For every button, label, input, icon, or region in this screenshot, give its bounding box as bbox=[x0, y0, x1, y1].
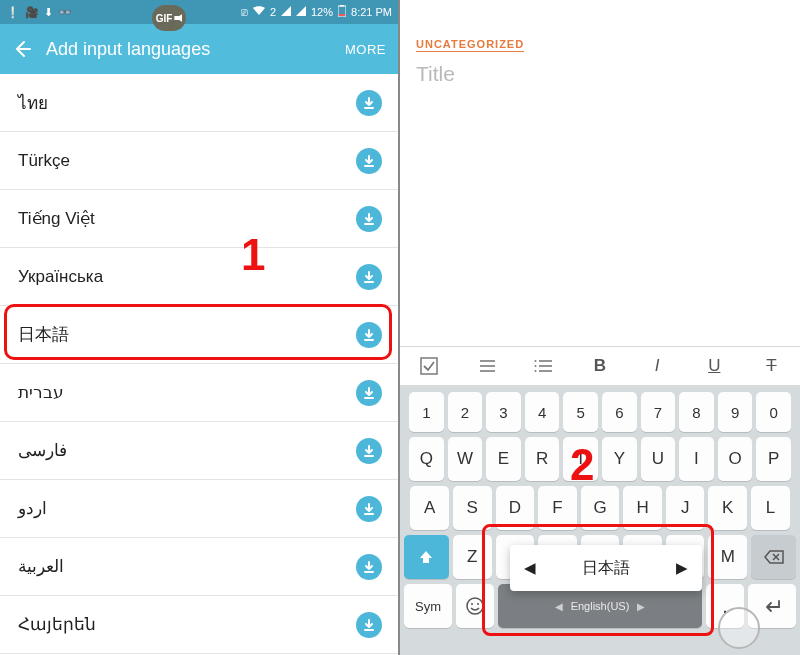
key-7[interactable]: 7 bbox=[641, 392, 676, 432]
signal-icon bbox=[281, 6, 291, 18]
shift-key[interactable] bbox=[404, 535, 449, 579]
video-icon: 🎥 bbox=[25, 6, 39, 19]
key-j[interactable]: J bbox=[666, 486, 705, 530]
next-lang-icon[interactable]: ▶ bbox=[676, 559, 688, 577]
language-list[interactable]: ไทยTürkçeTiếng ViệtУкраїнська日本語עבריתفار… bbox=[0, 74, 398, 655]
language-item[interactable]: Հայերեն bbox=[0, 596, 398, 654]
key-i[interactable]: I bbox=[679, 437, 714, 481]
tape-icon: 👓 bbox=[58, 6, 72, 19]
download-button[interactable] bbox=[356, 438, 382, 464]
key-9[interactable]: 9 bbox=[718, 392, 753, 432]
key-k[interactable]: K bbox=[708, 486, 747, 530]
underline-button[interactable]: U bbox=[686, 356, 743, 376]
page-title: Add input languages bbox=[46, 39, 210, 60]
key-1[interactable]: 1 bbox=[409, 392, 444, 432]
language-item[interactable]: العربية bbox=[0, 538, 398, 596]
download-button[interactable] bbox=[356, 554, 382, 580]
key-m[interactable]: M bbox=[708, 535, 747, 579]
key-r[interactable]: R bbox=[525, 437, 560, 481]
key-f[interactable]: F bbox=[538, 486, 577, 530]
key-4[interactable]: 4 bbox=[525, 392, 560, 432]
wifi-icon bbox=[253, 6, 265, 18]
key-0[interactable]: 0 bbox=[756, 392, 791, 432]
category-label[interactable]: UNCATEGORIZED bbox=[416, 38, 524, 52]
right-triangle-icon: ▶ bbox=[637, 601, 645, 612]
key-p[interactable]: P bbox=[756, 437, 791, 481]
key-a[interactable]: A bbox=[410, 486, 449, 530]
key-5[interactable]: 5 bbox=[563, 392, 598, 432]
language-label: ไทย bbox=[18, 89, 48, 116]
language-item[interactable]: עברית bbox=[0, 364, 398, 422]
language-label: Tiếng Việt bbox=[18, 208, 95, 229]
language-item[interactable]: Türkçe bbox=[0, 132, 398, 190]
download-button[interactable] bbox=[356, 206, 382, 232]
download-button[interactable] bbox=[356, 380, 382, 406]
emoji-key[interactable] bbox=[456, 584, 494, 628]
key-y[interactable]: Y bbox=[602, 437, 637, 481]
bold-button[interactable]: B bbox=[571, 356, 628, 376]
checkbox-icon[interactable] bbox=[400, 357, 457, 375]
download-button[interactable] bbox=[356, 496, 382, 522]
svg-rect-13 bbox=[421, 358, 437, 374]
clock: 8:21 PM bbox=[351, 6, 392, 18]
cast-icon: ⎚ bbox=[241, 6, 248, 18]
battery-icon bbox=[338, 5, 346, 19]
key-6[interactable]: 6 bbox=[602, 392, 637, 432]
popup-language-label: 日本語 bbox=[582, 558, 630, 579]
key-2[interactable]: 2 bbox=[448, 392, 483, 432]
step-number-1: 1 bbox=[241, 230, 265, 280]
key-d[interactable]: D bbox=[496, 486, 535, 530]
key-h[interactable]: H bbox=[623, 486, 662, 530]
left-triangle-icon: ◀ bbox=[555, 601, 563, 612]
symbols-key[interactable]: Sym bbox=[404, 584, 452, 628]
language-item[interactable]: ไทย bbox=[0, 74, 398, 132]
language-item[interactable]: اردو bbox=[0, 480, 398, 538]
list-icon[interactable] bbox=[457, 359, 514, 373]
numbered-list-icon[interactable] bbox=[514, 359, 571, 373]
key-u[interactable]: U bbox=[641, 437, 676, 481]
italic-button[interactable]: I bbox=[629, 356, 686, 376]
key-l[interactable]: L bbox=[751, 486, 790, 530]
language-switch-popup[interactable]: ◀ 日本語 ▶ bbox=[510, 545, 702, 591]
key-o[interactable]: O bbox=[718, 437, 753, 481]
language-item[interactable]: Українська bbox=[0, 248, 398, 306]
backspace-key[interactable] bbox=[751, 535, 796, 579]
language-item[interactable]: Tiếng Việt bbox=[0, 190, 398, 248]
svg-point-25 bbox=[477, 603, 479, 605]
key-s[interactable]: S bbox=[453, 486, 492, 530]
app-header: Add input languages MORE bbox=[0, 24, 398, 74]
title-input[interactable]: Title bbox=[416, 60, 784, 98]
svg-point-23 bbox=[467, 598, 483, 614]
download-button[interactable] bbox=[356, 90, 382, 116]
back-button[interactable] bbox=[12, 39, 32, 59]
soft-keyboard: 1234567890 QWERTYUIOP ASDFGHJKL ZXCVBNM … bbox=[400, 386, 800, 655]
download-button[interactable] bbox=[356, 612, 382, 638]
download-icon: ⬇ bbox=[44, 6, 53, 19]
language-label: Українська bbox=[18, 267, 103, 287]
key-w[interactable]: W bbox=[448, 437, 483, 481]
svg-rect-2 bbox=[339, 14, 345, 16]
svg-rect-1 bbox=[340, 5, 344, 7]
key-8[interactable]: 8 bbox=[679, 392, 714, 432]
more-button[interactable]: MORE bbox=[345, 42, 386, 57]
spacebar-label: English(US) bbox=[571, 600, 630, 612]
key-g[interactable]: G bbox=[581, 486, 620, 530]
prev-lang-icon[interactable]: ◀ bbox=[524, 559, 536, 577]
key-3[interactable]: 3 bbox=[486, 392, 521, 432]
svg-point-20 bbox=[534, 360, 536, 362]
download-button[interactable] bbox=[356, 264, 382, 290]
key-z[interactable]: Z bbox=[453, 535, 492, 579]
download-button[interactable] bbox=[356, 148, 382, 174]
key-e[interactable]: E bbox=[486, 437, 521, 481]
download-button[interactable] bbox=[356, 322, 382, 348]
status-bar: ❕ 🎥 ⬇ 👓 ⎚ 2 12% bbox=[0, 0, 398, 24]
step-number-2: 2 bbox=[570, 440, 594, 490]
language-item[interactable]: فارسی bbox=[0, 422, 398, 480]
sim-indicator: 2 bbox=[270, 6, 276, 18]
notes-screen: UNCATEGORIZED Title B I U T 1234567890 Q… bbox=[400, 0, 800, 655]
strike-button[interactable]: T bbox=[743, 356, 800, 376]
svg-point-24 bbox=[471, 603, 473, 605]
language-item[interactable]: 日本語 bbox=[0, 306, 398, 364]
key-q[interactable]: Q bbox=[409, 437, 444, 481]
mic-overlay-icon bbox=[718, 607, 760, 649]
